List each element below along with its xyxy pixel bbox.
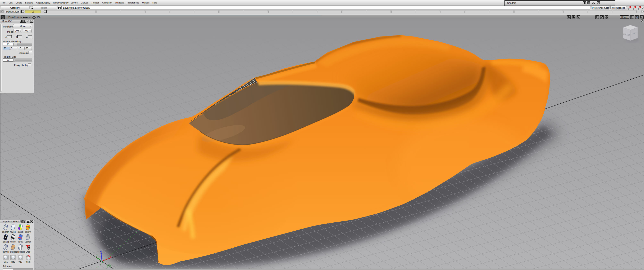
- svg-text:filest: filest: [26, 260, 30, 263]
- svg-text:ltunnel: ltunnel: [3, 250, 9, 253]
- svg-text:horver: horver: [10, 240, 16, 243]
- svg-text:isoang: isoang: [3, 240, 9, 243]
- svg-text:vis1: vis1: [4, 260, 8, 263]
- svg-text:clayao: clayao: [10, 250, 16, 253]
- svg-text:3: 3: [636, 16, 638, 19]
- svg-text:vis3: vis3: [19, 260, 22, 263]
- svg-text:sophotes: sophotes: [16, 250, 25, 253]
- svg-text:surevl: surevl: [18, 240, 23, 243]
- svg-text:shdnon: shdnon: [2, 231, 10, 233]
- svg-text:curevl: curevl: [25, 231, 31, 233]
- svg-text:mulcol: mulcol: [10, 231, 16, 233]
- svg-text:vred: vred: [26, 250, 30, 253]
- svg-text:x: x: [110, 255, 112, 258]
- svg-text:Y: Y: [96, 255, 98, 258]
- svg-text:Z: Z: [100, 249, 102, 252]
- svg-text:rancol: rancol: [18, 231, 24, 233]
- svg-text:vis2: vis2: [11, 260, 15, 263]
- svg-text:usetex: usetex: [25, 240, 32, 243]
